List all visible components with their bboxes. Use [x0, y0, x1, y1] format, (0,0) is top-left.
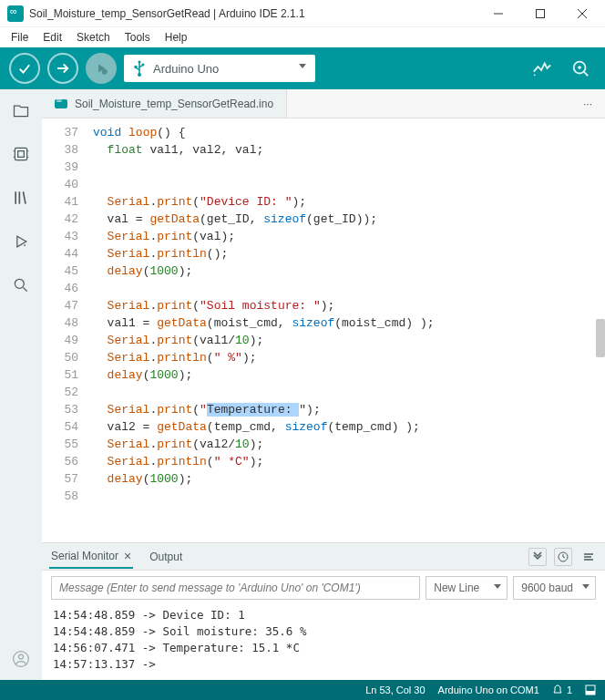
tab-label: Output [149, 551, 182, 563]
autoscroll-toggle[interactable] [528, 548, 547, 566]
editor-tab[interactable]: Soil_Moisture_temp_SensorGetRead.ino [42, 89, 287, 118]
close-icon[interactable]: × [124, 549, 131, 563]
serial-monitor-tab[interactable]: Serial Monitor × [49, 545, 133, 569]
svg-point-26 [24, 244, 26, 246]
tab-label: Serial Monitor [51, 550, 118, 562]
boards-manager-button[interactable] [11, 144, 31, 164]
svg-point-6 [102, 69, 108, 75]
cursor-position[interactable]: Ln 53, Col 30 [365, 685, 425, 695]
menu-help[interactable]: Help [158, 29, 195, 46]
statusbar: Ln 53, Col 30 Arduino Uno on COM1 1 [0, 680, 605, 700]
serial-monitor-button[interactable] [565, 58, 596, 78]
serial-monitor-output[interactable]: 14:54:48.859 -> Device ID: 1 14:54:48.85… [42, 605, 605, 680]
close-button[interactable] [561, 0, 603, 27]
library-manager-button[interactable] [11, 188, 31, 208]
board-selector[interactable]: Arduino Uno [124, 55, 315, 82]
arduino-logo-icon [7, 5, 24, 22]
tab-filename: Soil_Moisture_temp_SensorGetRead.ino [75, 98, 273, 110]
dropdown-value: New Line [434, 582, 479, 594]
debug-sidebar-button[interactable] [11, 232, 31, 252]
svg-point-27 [15, 279, 24, 288]
chevron-down-icon [299, 64, 306, 68]
menubar: File Edit Sketch Tools Help [0, 27, 605, 47]
sketchbook-button[interactable] [11, 100, 31, 120]
tab-overflow-button[interactable]: ··· [570, 89, 605, 118]
output-tab[interactable]: Output [148, 547, 184, 567]
svg-line-33 [563, 557, 565, 558]
svg-line-14 [584, 72, 589, 77]
timestamp-toggle[interactable] [554, 548, 572, 566]
notification-count: 1 [567, 685, 572, 695]
svg-point-15 [578, 66, 581, 69]
close-panel-button[interactable] [585, 685, 596, 695]
svg-point-12 [534, 74, 536, 76]
search-button[interactable] [11, 275, 31, 295]
svg-point-8 [138, 61, 141, 64]
toolbar: Arduino Uno [0, 47, 605, 89]
svg-rect-16 [15, 148, 26, 160]
bottom-panel-tabs: Serial Monitor × Output [42, 543, 605, 571]
serial-message-input[interactable] [51, 576, 420, 600]
scrollbar-thumb[interactable] [596, 319, 605, 357]
upload-button[interactable] [47, 53, 78, 84]
svg-point-9 [138, 73, 141, 77]
account-button[interactable] [11, 649, 31, 669]
menu-tools[interactable]: Tools [118, 29, 158, 46]
editor-tabs: Soil_Moisture_temp_SensorGetRead.ino ··· [42, 89, 605, 118]
svg-point-11 [142, 64, 145, 67]
serial-monitor-controls: New Line 9600 baud [42, 571, 605, 605]
window-controls [477, 0, 603, 27]
maximize-button[interactable] [519, 0, 561, 27]
arduino-file-icon [55, 99, 67, 108]
chevron-down-icon [582, 584, 590, 589]
notifications-button[interactable]: 1 [552, 685, 572, 695]
main-area: Soil_Moisture_temp_SensorGetRead.ino ···… [42, 89, 605, 680]
verify-button[interactable] [9, 53, 40, 84]
status-board[interactable]: Arduino Uno on COM1 [438, 685, 539, 695]
chevron-down-icon [494, 584, 501, 589]
board-name: Arduino Uno [153, 62, 219, 76]
menu-sketch[interactable]: Sketch [69, 29, 118, 46]
panel-actions [528, 548, 598, 566]
svg-line-28 [24, 288, 27, 292]
workarea: Soil_Moisture_temp_SensorGetRead.ino ···… [0, 89, 605, 680]
dropdown-value: 9600 baud [521, 582, 573, 594]
baud-rate-dropdown[interactable]: 9600 baud [513, 576, 596, 600]
bottom-panel: Serial Monitor × Output New Line [42, 542, 605, 680]
menu-edit[interactable]: Edit [36, 29, 69, 46]
serial-plotter-button[interactable] [527, 58, 558, 78]
sidebar [0, 89, 42, 680]
svg-line-24 [24, 191, 26, 203]
debug-button[interactable] [86, 53, 117, 84]
minimize-button[interactable] [477, 0, 519, 27]
menu-file[interactable]: File [4, 29, 36, 46]
code-editor[interactable]: 3738394041424344454647484950515253545556… [42, 118, 605, 542]
svg-rect-17 [18, 151, 25, 158]
svg-rect-10 [135, 66, 138, 68]
bell-icon [552, 685, 563, 695]
usb-icon [133, 60, 146, 77]
code-content[interactable]: void loop() { float val1, val2, val; Ser… [86, 118, 605, 542]
line-number-gutter: 3738394041424344454647484950515253545556… [42, 118, 86, 542]
svg-point-30 [19, 654, 24, 659]
titlebar: Soil_Moisture_temp_SensorGetRead | Ardui… [0, 0, 605, 27]
svg-rect-1 [537, 9, 545, 17]
line-ending-dropdown[interactable]: New Line [426, 576, 508, 600]
window-title: Soil_Moisture_temp_SensorGetRead | Ardui… [29, 7, 477, 20]
clear-output-button[interactable] [579, 548, 598, 566]
svg-rect-38 [586, 691, 595, 695]
